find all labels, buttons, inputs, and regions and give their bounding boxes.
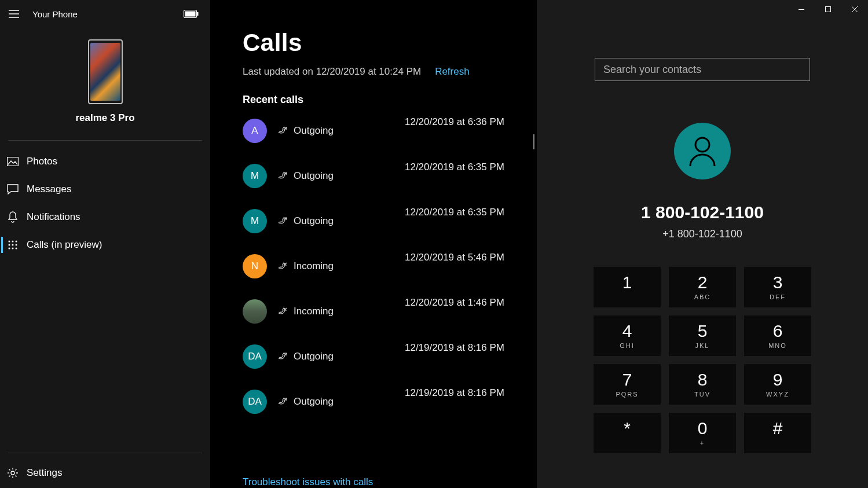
call-avatar: A <box>243 119 267 143</box>
call-meta: Incoming <box>279 306 334 317</box>
svg-rect-14 <box>799 9 804 10</box>
outgoing-call-icon <box>279 126 288 135</box>
call-list-item[interactable]: AOutgoing12/20/2019 at 6:36 PM <box>210 108 537 153</box>
dial-key-0[interactable]: 0+ <box>669 413 736 453</box>
outgoing-call-icon <box>279 217 288 226</box>
call-avatar: M <box>243 164 267 188</box>
nav-label: Photos <box>27 156 57 167</box>
call-time: 12/20/2019 at 5:46 PM <box>405 252 504 263</box>
dial-key-1[interactable]: 1 <box>594 267 661 307</box>
key-letters: DEF <box>770 293 786 300</box>
nav-label: Messages <box>27 184 71 195</box>
call-type: Outgoing <box>294 170 334 182</box>
key-digit: 7 <box>622 371 632 388</box>
svg-point-10 <box>9 248 10 249</box>
call-time: 12/20/2019 at 6:35 PM <box>405 207 504 218</box>
call-type: Outgoing <box>294 351 334 362</box>
key-digit: 0 <box>698 420 708 437</box>
dial-key-7[interactable]: 7PQRS <box>594 364 661 405</box>
minimize-button[interactable] <box>788 0 815 19</box>
last-updated-text: Last updated on 12/20/2019 at 10:24 PM <box>243 66 421 78</box>
call-list-item[interactable]: DAOutgoing12/19/2019 at 8:16 PM <box>210 379 537 424</box>
dialpad-icon <box>6 238 20 252</box>
key-digit: 5 <box>698 322 708 340</box>
nav-label: Notifications <box>27 211 80 223</box>
dial-key-4[interactable]: 4GHI <box>594 315 661 356</box>
svg-point-5 <box>12 241 14 243</box>
outgoing-call-icon <box>279 397 288 406</box>
scrollbar-thumb[interactable] <box>533 134 534 149</box>
key-digit: 9 <box>773 371 783 388</box>
sidebar-header: Your Phone <box>0 0 210 28</box>
troubleshoot-link[interactable]: Troubleshoot issues with calls <box>243 476 537 488</box>
key-digit: 6 <box>773 322 783 340</box>
dial-key-9[interactable]: 9WXYZ <box>744 364 811 405</box>
call-type: Incoming <box>294 306 334 317</box>
key-digit: * <box>624 420 631 437</box>
nav-notifications[interactable]: Notifications <box>0 203 210 231</box>
call-list[interactable]: AOutgoing12/20/2019 at 6:36 PMMOutgoing1… <box>210 108 537 467</box>
gear-icon <box>6 466 20 480</box>
key-letters: PQRS <box>616 391 638 398</box>
contact-number: +1 800-102-1100 <box>662 228 742 240</box>
key-letters: JKL <box>695 342 710 349</box>
last-updated-row: Last updated on 12/20/2019 at 10:24 PM R… <box>243 66 537 78</box>
refresh-link[interactable]: Refresh <box>435 66 470 78</box>
dial-key-2[interactable]: 2ABC <box>669 267 736 307</box>
phone-thumbnail[interactable] <box>88 39 123 104</box>
dial-key-8[interactable]: 8TUV <box>669 364 736 405</box>
dial-key-5[interactable]: 5JKL <box>669 315 736 356</box>
call-avatar: M <box>243 209 267 233</box>
close-button[interactable] <box>841 0 868 19</box>
maximize-button[interactable] <box>815 0 841 19</box>
key-digit: 4 <box>622 322 632 340</box>
dial-key-*[interactable]: * <box>594 413 661 453</box>
photos-icon <box>6 155 20 168</box>
battery-icon <box>184 10 199 18</box>
call-list-item[interactable]: MOutgoing12/20/2019 at 6:35 PM <box>210 199 537 244</box>
svg-point-4 <box>9 241 10 243</box>
nav-calls[interactable]: Calls (in preview) <box>0 231 210 259</box>
page-title: Calls <box>243 29 537 57</box>
incoming-call-icon <box>279 307 288 316</box>
dial-keypad: 12ABC3DEF4GHI5JKL6MNO7PQRS8TUV9WXYZ*0+# <box>537 267 868 453</box>
call-avatar: DA <box>243 344 267 369</box>
hamburger-icon[interactable] <box>5 5 23 23</box>
dial-key-3[interactable]: 3DEF <box>744 267 811 307</box>
call-list-item[interactable]: NIncoming12/20/2019 at 5:46 PM <box>210 244 537 289</box>
scrollbar-track[interactable] <box>859 23 867 486</box>
nav-label: Settings <box>27 467 62 479</box>
call-type: Outgoing <box>294 215 334 227</box>
nav-messages[interactable]: Messages <box>0 175 210 203</box>
contact-avatar <box>674 123 731 179</box>
key-digit: 3 <box>773 274 783 291</box>
call-list-item[interactable]: MOutgoing12/20/2019 at 6:35 PM <box>210 153 537 199</box>
nav-photos[interactable]: Photos <box>0 148 210 175</box>
outgoing-call-icon <box>279 352 288 361</box>
divider <box>8 453 202 453</box>
dial-key-6[interactable]: 6MNO <box>744 315 811 356</box>
sidebar: Your Phone realme 3 Pro Photos Messages … <box>0 0 210 488</box>
call-list-item[interactable]: Incoming12/20/2019 at 1:46 PM <box>210 289 537 334</box>
key-letters: ABC <box>694 293 711 300</box>
call-type: Outgoing <box>294 396 334 408</box>
search-contacts-input[interactable] <box>595 58 810 81</box>
key-letters: MNO <box>768 342 787 349</box>
messages-icon <box>6 182 20 196</box>
svg-rect-1 <box>185 12 196 17</box>
svg-point-11 <box>12 248 14 249</box>
key-letters: WXYZ <box>766 391 789 398</box>
key-digit: 1 <box>622 274 632 291</box>
call-avatar <box>243 299 267 324</box>
nav-settings[interactable]: Settings <box>0 458 210 488</box>
call-list-item[interactable]: DAOutgoing12/19/2019 at 8:16 PM <box>210 334 537 379</box>
svg-point-13 <box>11 471 14 475</box>
dial-key-#[interactable]: # <box>744 413 811 453</box>
key-letters: TUV <box>694 391 710 398</box>
svg-point-12 <box>16 248 17 249</box>
key-letters: + <box>700 439 705 446</box>
bell-icon <box>6 210 20 224</box>
svg-point-6 <box>16 241 17 243</box>
call-meta: Outgoing <box>279 215 334 227</box>
phone-preview: realme 3 Pro <box>0 28 210 133</box>
